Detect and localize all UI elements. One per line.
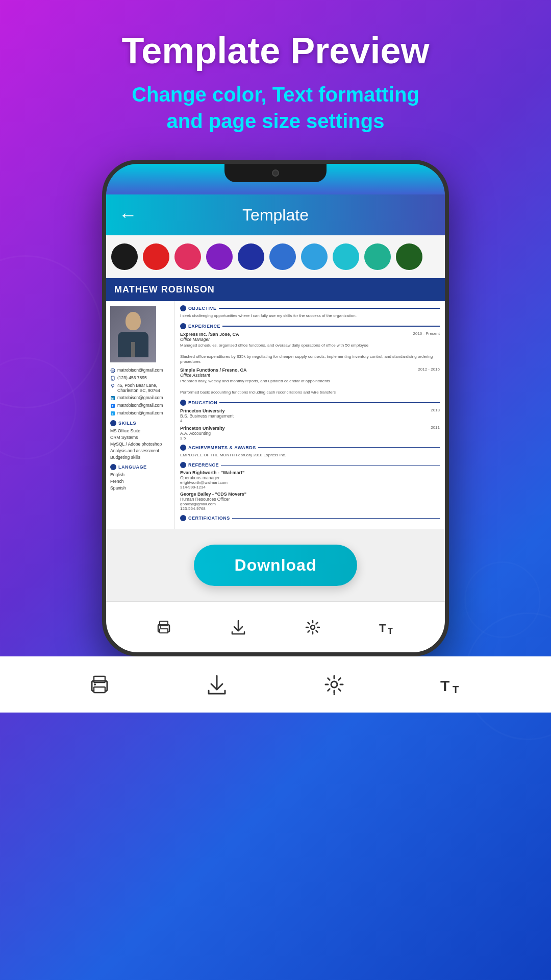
color-dark-blue[interactable] bbox=[238, 243, 264, 270]
contact-phone: (123) 456 7895 bbox=[110, 375, 170, 381]
page-subtitle: Change color, Text formattingand page si… bbox=[31, 81, 520, 134]
edu-degree-1: B.S. Business management bbox=[180, 413, 440, 419]
outer-print-icon[interactable] bbox=[87, 672, 112, 697]
svg-text:T: T bbox=[379, 622, 386, 634]
language-section-title: LANGUAGE bbox=[110, 464, 170, 470]
skill-4: Analysis and assessment bbox=[110, 448, 170, 453]
svg-text:T: T bbox=[388, 627, 393, 635]
svg-text:in: in bbox=[111, 397, 114, 400]
color-sky-blue[interactable] bbox=[301, 243, 328, 270]
exp-date-2: 2012 - 2016 bbox=[418, 367, 440, 372]
skills-section-title: SKILLS bbox=[110, 420, 170, 426]
contact-facebook: f matrobison@gmail.com bbox=[110, 403, 170, 408]
notch-bar bbox=[106, 164, 445, 194]
camera-dot bbox=[272, 169, 279, 177]
edu-gpa-2: 3.5 bbox=[180, 436, 440, 440]
exp-desc-2: Prepared daily, weekly and monthly repor… bbox=[180, 379, 440, 395]
objective-section: OBJECTIVE I seek challenging opportuniti… bbox=[180, 305, 440, 319]
lang-3: Spanish bbox=[110, 485, 170, 491]
page-title: Template Preview bbox=[31, 31, 520, 71]
phone-notch bbox=[224, 164, 327, 182]
contact-email: @ matrobison@gmail.com bbox=[110, 368, 170, 373]
color-pink[interactable] bbox=[174, 243, 201, 270]
app-header: ← Template bbox=[106, 194, 445, 235]
skill-2: CRM Systems bbox=[110, 435, 170, 440]
education-section: EDUCATION 2013 Princeton University B.S.… bbox=[180, 400, 440, 440]
exp-role-2: Office Assistant bbox=[180, 373, 440, 378]
experience-section: EXPERIENCE 2016 - Present Express Inc. /… bbox=[180, 323, 440, 396]
contact-linkedin: in matrobison@gmail.com bbox=[110, 395, 170, 401]
lang-1: English bbox=[110, 472, 170, 477]
edu-date-1: 2013 bbox=[431, 408, 440, 412]
contact-twitter: t matrobison@gmail.com bbox=[110, 410, 170, 416]
svg-text:T: T bbox=[453, 684, 459, 695]
exp-company-2: Simple Functions / Fresno, CA bbox=[180, 368, 247, 373]
edu-degree-2: A.A. Accounting bbox=[180, 431, 440, 436]
text-size-nav-icon[interactable]: T T bbox=[378, 618, 397, 637]
resume-name-bar: MATHEW ROBINSON bbox=[106, 278, 445, 301]
skill-1: MS Office Suite bbox=[110, 428, 170, 433]
exp-item-1: 2016 - Present Express Inc. /San Jose, C… bbox=[180, 331, 440, 365]
edu-item-2: 2011 Princeton University A.A. Accountin… bbox=[180, 425, 440, 440]
resume-name: MATHEW ROBINSON bbox=[114, 284, 437, 295]
back-button[interactable]: ← bbox=[119, 204, 137, 226]
save-nav-icon[interactable] bbox=[229, 618, 248, 637]
skill-3: MySQL / Adobe photoshop bbox=[110, 442, 170, 447]
print-nav-icon[interactable] bbox=[154, 618, 173, 637]
color-teal[interactable] bbox=[364, 243, 391, 270]
objective-text: I seek challenging opportunities where I… bbox=[180, 313, 440, 319]
svg-text:@: @ bbox=[111, 369, 114, 372]
skill-5: Budgeting skills bbox=[110, 455, 170, 460]
svg-rect-20 bbox=[94, 687, 105, 693]
edu-item-1: 2013 Princeton University B.S. Business … bbox=[180, 408, 440, 423]
outer-download-icon[interactable] bbox=[204, 672, 230, 697]
color-black[interactable] bbox=[111, 243, 138, 270]
outer-bottom-bar: T T bbox=[0, 656, 551, 713]
svg-rect-13 bbox=[160, 629, 168, 633]
resume-right-column: OBJECTIVE I seek challenging opportuniti… bbox=[175, 301, 445, 529]
resume-photo bbox=[110, 306, 156, 362]
edu-school-1: Princeton University bbox=[180, 408, 225, 413]
color-purple[interactable] bbox=[206, 243, 233, 270]
contact-address: 45, Pooh Bear Lane, Charleston SC, 90764 bbox=[110, 383, 170, 393]
lang-2: French bbox=[110, 479, 170, 484]
screen-title: Template bbox=[242, 206, 309, 225]
ref-item-2: George Bailey - "CDS Movers" Human Resou… bbox=[180, 492, 440, 511]
phone-mockup: ← Template MATHEW ROBINSON bbox=[102, 160, 449, 656]
svg-point-22 bbox=[331, 681, 337, 688]
color-red[interactable] bbox=[143, 243, 169, 270]
exp-item-2: 2012 - 2016 Simple Functions / Fresno, C… bbox=[180, 367, 440, 395]
bottom-navigation: T T bbox=[106, 601, 445, 652]
exp-role-1: Office Manager bbox=[180, 337, 440, 342]
svg-point-14 bbox=[160, 626, 161, 628]
resume-left-column: @ matrobison@gmail.com (123) 456 7895 45… bbox=[106, 301, 175, 529]
settings-nav-icon[interactable] bbox=[303, 618, 322, 637]
outer-settings-icon[interactable] bbox=[321, 672, 347, 697]
reference-section: REFERENCE Evan Rightworth - "Wal-mart" O… bbox=[180, 462, 440, 511]
exp-desc-1: Managed schedules, organised office func… bbox=[180, 343, 440, 365]
exp-company-1: Express Inc. /San Jose, CA bbox=[180, 332, 239, 337]
achievements-text: EMPLOYEE OF THE MONTH February 2018 Expr… bbox=[180, 453, 440, 458]
svg-point-3 bbox=[112, 379, 113, 380]
download-button[interactable]: Download bbox=[194, 545, 358, 586]
edu-gpa-1: 4 bbox=[180, 419, 440, 423]
edu-school-2: Princeton University bbox=[180, 426, 225, 431]
svg-text:T: T bbox=[440, 677, 449, 694]
color-blue[interactable] bbox=[269, 243, 296, 270]
svg-point-21 bbox=[94, 683, 96, 685]
download-section: Download bbox=[106, 529, 445, 601]
svg-text:t: t bbox=[112, 412, 113, 415]
certifications-section: CERTIFICATIONS bbox=[180, 515, 440, 521]
color-green[interactable] bbox=[396, 243, 422, 270]
svg-point-4 bbox=[112, 384, 114, 387]
color-palette bbox=[106, 235, 445, 278]
edu-date-2: 2011 bbox=[431, 425, 440, 430]
achievements-section: ACHIEVEMENTS & AWARDS EMPLOYEE OF THE MO… bbox=[180, 445, 440, 458]
resume-preview: MATHEW ROBINSON bbox=[106, 278, 445, 529]
color-cyan[interactable] bbox=[333, 243, 359, 270]
exp-date-1: 2016 - Present bbox=[413, 331, 440, 336]
svg-point-15 bbox=[311, 625, 315, 629]
outer-text-size-icon[interactable]: T T bbox=[439, 672, 464, 697]
ref-item-1: Evan Rightworth - "Wal-mart" Operations … bbox=[180, 470, 440, 489]
